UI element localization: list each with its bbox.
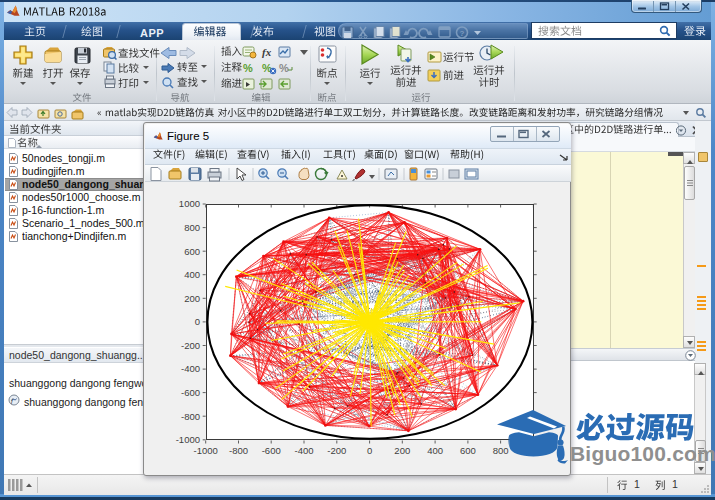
svg-text:-400: -400 [181, 363, 200, 374]
svg-text:0: 0 [367, 445, 372, 456]
svg-text:-200: -200 [181, 340, 200, 351]
svg-text:800: 800 [184, 222, 200, 233]
svg-text:-200: -200 [327, 445, 346, 456]
svg-text:600: 600 [184, 246, 200, 257]
svg-text:%: % [243, 62, 253, 74]
svg-text:-600: -600 [181, 387, 200, 398]
svg-text:400: 400 [427, 445, 443, 456]
svg-text:?: ? [460, 29, 465, 38]
svg-text:-800: -800 [181, 411, 200, 422]
svg-text:%: % [279, 62, 289, 74]
svg-text:-1000: -1000 [194, 445, 218, 456]
svg-text:600: 600 [460, 445, 476, 456]
svg-text:-1000: -1000 [176, 434, 200, 445]
svg-text:-400: -400 [294, 445, 313, 456]
svg-text:fx: fx [262, 46, 272, 58]
svg-text:0: 0 [195, 316, 200, 327]
svg-text:-800: -800 [229, 445, 248, 456]
svg-text:400: 400 [184, 269, 200, 280]
svg-text:200: 200 [394, 445, 410, 456]
svg-text:-600: -600 [262, 445, 281, 456]
svg-text:200: 200 [184, 293, 200, 304]
svg-text:1000: 1000 [179, 198, 200, 209]
